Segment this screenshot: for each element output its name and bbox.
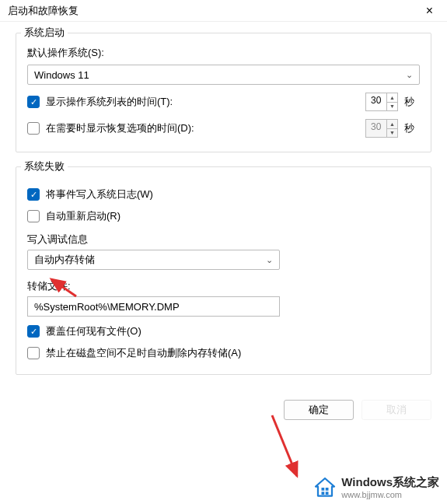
- chevron-down-icon: ⌄: [406, 70, 413, 80]
- show-recovery-seconds: 30 ▲ ▼: [365, 119, 398, 138]
- write-event-row: 将事件写入系统日志(W): [27, 187, 420, 201]
- overwrite-row: 覆盖任何现有文件(O): [27, 324, 420, 338]
- auto-restart-row: 自动重新启动(R): [27, 209, 420, 223]
- cancel-label: 取消: [386, 403, 407, 417]
- default-os-label: 默认操作系统(S):: [27, 46, 420, 60]
- chevron-down-icon: ⌄: [266, 255, 273, 265]
- dialog-buttons: 确定 取消: [0, 397, 447, 423]
- show-recovery-label: 在需要时显示恢复选项的时间(D):: [46, 121, 365, 135]
- overwrite-checkbox[interactable]: [27, 325, 40, 338]
- auto-restart-label: 自动重新启动(R): [46, 209, 120, 223]
- show-os-list-label: 显示操作系统列表的时间(T):: [46, 95, 365, 109]
- nodelete-row: 禁止在磁盘空间不足时自动删除内存转储(A): [27, 346, 420, 360]
- spinner-arrows: ▲ ▼: [386, 120, 397, 137]
- auto-restart-checkbox[interactable]: [27, 210, 40, 222]
- cancel-button[interactable]: 取消: [361, 400, 431, 420]
- watermark: Windows系统之家 www.bjjmw.com: [313, 475, 439, 499]
- show-recovery-value: 30: [371, 121, 381, 132]
- debug-info-label: 写入调试信息: [27, 233, 420, 247]
- house-icon: [313, 476, 337, 499]
- dump-type-value: 自动内存转储: [34, 253, 95, 267]
- svg-rect-4: [322, 492, 325, 495]
- titlebar: 启动和故障恢复 ×: [0, 0, 447, 22]
- show-recovery-checkbox[interactable]: [27, 122, 40, 135]
- svg-rect-3: [326, 488, 329, 491]
- show-os-list-checkbox[interactable]: [27, 96, 40, 108]
- nodelete-checkbox[interactable]: [27, 347, 40, 359]
- system-startup-legend: 系统启动: [21, 26, 68, 40]
- show-recovery-row: 在需要时显示恢复选项的时间(D): 30 ▲ ▼ 秒: [27, 119, 420, 138]
- write-event-label: 将事件写入系统日志(W): [46, 187, 153, 201]
- svg-rect-2: [322, 488, 325, 491]
- overwrite-label: 覆盖任何现有文件(O): [46, 324, 141, 338]
- dump-file-label: 转储文件:: [27, 279, 420, 293]
- system-failure-group: 系统失败 将事件写入系统日志(W) 自动重新启动(R) 写入调试信息 自动内存转…: [16, 166, 431, 375]
- ok-button[interactable]: 确定: [284, 400, 354, 420]
- dump-type-select[interactable]: 自动内存转储 ⌄: [27, 250, 280, 270]
- spinner-down-icon: ▼: [387, 129, 397, 138]
- watermark-url: www.bjjmw.com: [341, 490, 439, 499]
- seconds-unit: 秒: [404, 121, 420, 135]
- nodelete-label: 禁止在磁盘空间不足时自动删除内存转储(A): [46, 346, 241, 360]
- svg-rect-5: [326, 492, 329, 495]
- default-os-value: Windows 11: [34, 69, 89, 81]
- show-os-list-value: 30: [371, 95, 381, 106]
- system-failure-legend: 系统失败: [21, 159, 68, 173]
- write-event-checkbox[interactable]: [27, 188, 40, 201]
- spinner-arrows: ▲ ▼: [386, 93, 397, 110]
- default-os-select[interactable]: Windows 11 ⌄: [27, 65, 420, 85]
- seconds-unit: 秒: [404, 95, 420, 109]
- spinner-up-icon[interactable]: ▲: [387, 93, 397, 103]
- dialog-content: 系统启动 默认操作系统(S): Windows 11 ⌄ 显示操作系统列表的时间…: [0, 22, 447, 397]
- dump-file-value: %SystemRoot%\MEMORY.DMP: [34, 301, 180, 313]
- show-os-list-row: 显示操作系统列表的时间(T): 30 ▲ ▼ 秒: [27, 93, 420, 111]
- ok-label: 确定: [309, 403, 329, 417]
- close-button[interactable]: ×: [420, 2, 439, 19]
- system-startup-group: 系统启动 默认操作系统(S): Windows 11 ⌄ 显示操作系统列表的时间…: [16, 33, 431, 152]
- watermark-text: Windows系统之家 www.bjjmw.com: [341, 475, 439, 499]
- svg-line-1: [272, 415, 297, 476]
- dump-file-input[interactable]: %SystemRoot%\MEMORY.DMP: [27, 296, 280, 317]
- spinner-up-icon: ▲: [387, 120, 397, 129]
- show-os-list-seconds[interactable]: 30 ▲ ▼: [365, 93, 398, 111]
- spinner-down-icon[interactable]: ▼: [387, 103, 397, 111]
- window-title: 启动和故障恢复: [8, 4, 79, 18]
- watermark-title: Windows系统之家: [341, 475, 439, 488]
